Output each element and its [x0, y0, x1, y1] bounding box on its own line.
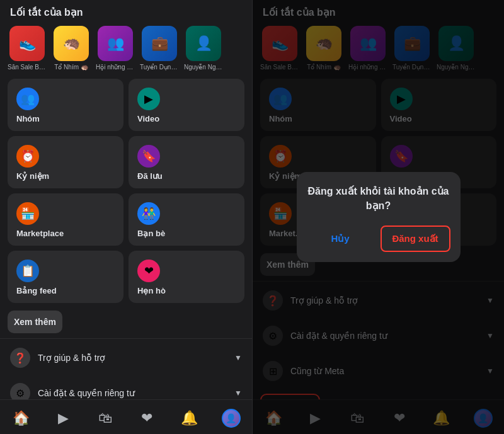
- bangfeed-icon: 📋: [16, 260, 39, 282]
- shortcut-label: Hội những người yêu...: [96, 64, 135, 71]
- help-accordion[interactable]: ❓ Trợ giúp & hỗ trợ ▼: [0, 340, 252, 375]
- hendo-icon: ❤: [137, 260, 160, 282]
- see-more-button[interactable]: Xem thêm: [8, 311, 62, 333]
- modal-title: Đăng xuất khỏi tài khoản của bạn?: [307, 185, 450, 213]
- shortcut-label: Săn Sale Bitis Hunt...: [8, 64, 47, 71]
- nav-video[interactable]: ▶: [42, 405, 84, 431]
- modal-buttons: Hủy Đăng xuất: [307, 226, 450, 252]
- nav-heart[interactable]: ❤: [126, 405, 168, 431]
- nav-profile[interactable]: 👤: [210, 405, 252, 431]
- nav-marketplace[interactable]: 🛍: [84, 405, 126, 431]
- nav-home[interactable]: 🏠: [0, 405, 42, 431]
- logout-modal: Đăng xuất khỏi tài khoản của bạn? Hủy Đă…: [297, 172, 461, 262]
- nhom-icon: 👥: [16, 88, 39, 110]
- grid-item-banbe[interactable]: 👫 Bạn bè: [129, 193, 244, 246]
- shortcut-label: Tuyển Dụng – Việc Là...: [140, 64, 179, 71]
- shortcut-thumb: 💼: [142, 26, 177, 61]
- daluu-icon: 🔖: [137, 145, 160, 168]
- shortcut-thumb: 👤: [186, 26, 221, 61]
- grid-item-marketplace[interactable]: 🏪 Marketplace: [8, 193, 123, 246]
- left-bottom-nav: 🏠 ▶ 🛍 ❤ 🔔 👤: [0, 399, 252, 434]
- marketplace-label: Marketplace: [16, 229, 115, 238]
- shortcut-thumb: 👟: [9, 26, 45, 61]
- banbe-icon: 👫: [137, 202, 160, 225]
- modal-cancel-button[interactable]: Hủy: [307, 226, 374, 252]
- marketplace-icon: 🏪: [16, 202, 39, 225]
- shortcut-item[interactable]: 👟 Săn Sale Bitis Hunt...: [8, 26, 47, 71]
- settings-accordion[interactable]: ⚙ Cài đặt & quyền riêng tư ▼: [0, 375, 252, 399]
- daluu-label: Đã lưu: [137, 171, 236, 181]
- settings-label: Cài đặt & quyền riêng tư: [38, 388, 227, 398]
- nhom-label: Nhóm: [16, 114, 115, 123]
- grid-item-kyniem[interactable]: ⏰ Kỷ niệm: [8, 136, 123, 188]
- grid-item-video[interactable]: ▶ Video: [129, 79, 244, 131]
- shortcut-label: Nguyễn Ngọc Duy...: [184, 64, 223, 71]
- help-chevron: ▼: [234, 353, 242, 362]
- bangfeed-label: Bảng feed: [16, 286, 115, 295]
- modal-confirm-button[interactable]: Đăng xuất: [381, 226, 450, 252]
- video-icon: ▶: [137, 88, 160, 110]
- kyniem-icon: ⏰: [16, 145, 39, 168]
- left-grid: 👥 Nhóm ▶ Video ⏰ Kỷ niệm 🔖 Đã lưu 🏪 Mark…: [0, 76, 252, 306]
- nav-bell[interactable]: 🔔: [168, 405, 210, 431]
- settings-icon: ⚙: [10, 383, 30, 399]
- grid-item-nhom[interactable]: 👥 Nhóm: [8, 79, 123, 131]
- shortcut-label: Tổ Nhím 🦔: [54, 64, 88, 71]
- left-shortcuts-title: Lối tắt của bạn: [0, 0, 252, 23]
- kyniem-label: Kỷ niệm: [16, 171, 115, 181]
- shortcut-item[interactable]: 🦔 Tổ Nhím 🦔: [52, 26, 91, 71]
- shortcut-item[interactable]: 👤 Nguyễn Ngọc Duy...: [184, 26, 223, 71]
- right-panel: Lối tắt của bạn 👟 Săn Sale Bitis Hunt...…: [252, 0, 504, 434]
- help-label: Trợ giúp & hỗ trợ: [38, 353, 227, 363]
- profile-avatar: 👤: [222, 409, 241, 428]
- help-icon: ❓: [10, 348, 30, 368]
- grid-item-daluu[interactable]: 🔖 Đã lưu: [129, 136, 244, 188]
- video-label: Video: [137, 114, 236, 123]
- settings-chevron: ▼: [234, 389, 242, 397]
- modal-overlay: Đăng xuất khỏi tài khoản của bạn? Hủy Đă…: [253, 0, 504, 434]
- shortcut-thumb: 👥: [98, 26, 133, 61]
- shortcut-thumb: 🦔: [54, 26, 89, 61]
- left-shortcut-row: 👟 Săn Sale Bitis Hunt... 🦔 Tổ Nhím 🦔 👥 H…: [0, 23, 252, 76]
- left-scroll: Lối tắt của bạn 👟 Săn Sale Bitis Hunt...…: [0, 0, 252, 399]
- grid-item-hendo[interactable]: ❤ Hẹn hò: [129, 251, 244, 303]
- banbe-label: Bạn bè: [137, 229, 236, 238]
- shortcut-item[interactable]: 💼 Tuyển Dụng – Việc Là...: [140, 26, 179, 71]
- shortcut-item[interactable]: 👥 Hội những người yêu...: [96, 26, 135, 71]
- divider-1: [0, 338, 252, 339]
- left-panel: Lối tắt của bạn 👟 Săn Sale Bitis Hunt...…: [0, 0, 252, 434]
- grid-item-bangfeed[interactable]: 📋 Bảng feed: [8, 251, 123, 303]
- hendo-label: Hẹn hò: [137, 286, 236, 295]
